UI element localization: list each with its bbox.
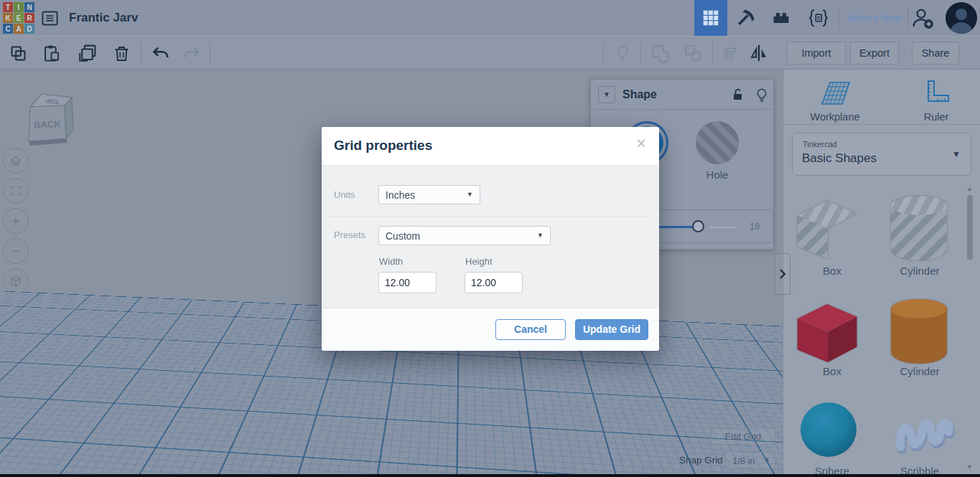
align-button[interactable] (719, 42, 741, 64)
ungroup-icon (682, 42, 704, 64)
paste-button[interactable] (40, 42, 62, 64)
undo-button[interactable] (149, 42, 171, 64)
logo-tile: N (24, 2, 34, 12)
account-avatar[interactable] (946, 2, 977, 34)
unlock-icon[interactable] (729, 86, 746, 103)
blocks-editor-tab[interactable] (694, 0, 727, 36)
dialog-title: Grid properties (334, 138, 432, 154)
fit-view-button[interactable] (3, 178, 29, 204)
logo-tile: D (24, 24, 34, 34)
library-scrollbar-thumb[interactable] (967, 195, 973, 260)
caret-down-icon: ▼ (952, 149, 961, 159)
update-grid-button[interactable]: Update Grid (575, 319, 648, 340)
height-input[interactable] (465, 272, 523, 293)
design-title[interactable]: Frantic Jarv (69, 11, 138, 25)
hide-lightbulb-icon[interactable] (753, 86, 770, 103)
codeblocks-icon (807, 7, 830, 29)
workplane-icon (819, 78, 852, 108)
toolbar-divider (210, 42, 210, 64)
redo-button[interactable] (181, 42, 202, 64)
home-icon (9, 154, 23, 168)
slider-value[interactable]: 18 (750, 221, 760, 232)
home-view-button[interactable] (3, 148, 29, 174)
box-striped-graphic (793, 193, 861, 259)
logo-tile: T (3, 2, 13, 12)
minecraft-export-tab[interactable] (727, 0, 763, 36)
logo-tile: R (24, 13, 34, 23)
cylinder-striped-graphic (891, 196, 947, 260)
avatar-silhouette-icon (946, 2, 977, 34)
width-input[interactable] (378, 272, 437, 293)
collapse-panel-button[interactable]: ▼ (598, 86, 615, 103)
copy-button[interactable] (7, 42, 29, 64)
ungroup-button[interactable] (682, 42, 704, 64)
library-divider (783, 124, 980, 125)
collapse-sidebar-handle[interactable] (775, 253, 790, 295)
shape-tile-box-red[interactable] (793, 296, 861, 362)
group-button[interactable] (649, 42, 671, 64)
duplicate-icon (77, 43, 98, 64)
workplane-label: Workplane (795, 111, 874, 123)
shape-tile-scribble[interactable] (892, 401, 958, 460)
invite-people-button[interactable] (910, 6, 935, 29)
mirror-icon (748, 42, 770, 64)
minus-icon (9, 244, 23, 258)
brick-export-tab[interactable] (763, 0, 799, 36)
scroll-up-icon[interactable]: ▲ (966, 185, 973, 192)
cancel-button[interactable]: Cancel (495, 319, 566, 340)
perspective-toggle-button[interactable] (3, 268, 29, 294)
export-button[interactable]: Export (850, 42, 899, 65)
copy-icon (9, 44, 28, 63)
slider-track-rest[interactable] (709, 227, 735, 228)
redo-icon (182, 44, 202, 63)
close-icon[interactable]: × (636, 135, 646, 152)
snap-grid-dropdown[interactable]: 1/8 in ▲ (725, 452, 775, 469)
sphere-graphic (801, 402, 857, 457)
hole-swatch[interactable] (696, 121, 739, 164)
shape-tile-cylinder-orange[interactable] (891, 299, 947, 364)
brick-icon (771, 8, 791, 28)
presets-select[interactable]: Custom ▼ (378, 226, 551, 245)
ruler-icon (921, 79, 951, 108)
share-button[interactable]: Share (912, 42, 959, 65)
shape-panel-title: Shape (622, 88, 657, 101)
whats-new-link[interactable]: What's New (841, 0, 907, 36)
toolbar-divider (712, 42, 713, 64)
collection-name: Basic Shapes (802, 151, 877, 166)
logo-tile: I (14, 2, 24, 12)
duplicate-button[interactable] (76, 42, 98, 64)
slider-knob[interactable] (692, 220, 704, 232)
caret-down-icon: ▼ (467, 191, 473, 198)
design-menu-icon (40, 9, 60, 28)
tinkercad-logo[interactable]: T I N K E R C A D (3, 2, 34, 34)
ruler-label: Ruler (897, 111, 976, 123)
show-all-button[interactable] (612, 42, 633, 64)
shape-tile-sphere[interactable] (801, 402, 857, 457)
align-icon (721, 44, 739, 62)
shape-tile-box-striped[interactable] (793, 193, 861, 259)
units-select[interactable]: Inches ▼ (378, 185, 480, 204)
workplane-tool[interactable] (819, 78, 852, 108)
toolbar-divider (640, 42, 641, 64)
zoom-in-button[interactable] (3, 208, 29, 234)
shape-collection-dropdown[interactable]: Tinkercad Basic Shapes ▼ (792, 133, 971, 176)
design-menu-button[interactable] (40, 9, 60, 28)
ortho-cube-icon (9, 274, 23, 288)
ruler-tool[interactable] (921, 79, 951, 108)
shape-tile-cylinder-striped[interactable] (891, 196, 947, 260)
edit-grid-button[interactable]: Edit Grid (711, 428, 775, 445)
mirror-button[interactable] (748, 42, 770, 64)
view-cube[interactable]: TOP BACK (20, 87, 78, 151)
height-label: Height (465, 256, 493, 267)
delete-button[interactable] (111, 42, 132, 64)
zoom-out-button[interactable] (3, 238, 29, 264)
toolbar-divider (141, 42, 141, 64)
import-button[interactable]: Import (787, 42, 846, 65)
grid-properties-dialog: Grid properties × Units Inches ▼ Presets… (322, 127, 659, 351)
presets-label: Presets (334, 230, 365, 240)
caret-up-icon: ▲ (764, 455, 770, 463)
scroll-down-icon[interactable]: ▼ (966, 463, 973, 471)
codeblocks-tab[interactable] (799, 0, 838, 36)
fit-view-icon (9, 184, 23, 198)
import-label: Import (801, 47, 831, 59)
